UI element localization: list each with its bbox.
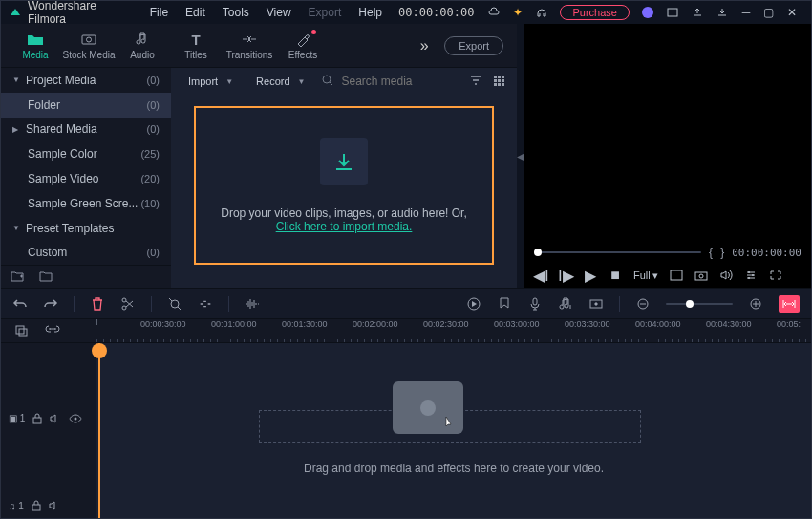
audio-track-1-header[interactable]: ♫ 1 <box>1 493 96 518</box>
track-content[interactable]: Drag and drop media and effects here to … <box>96 343 811 518</box>
timeline-zoom-slider[interactable] <box>666 303 733 305</box>
undo-button[interactable] <box>12 296 28 312</box>
import-link[interactable]: Click here to import media. <box>276 220 413 233</box>
import-dropdown[interactable]: Import▼ <box>181 72 241 91</box>
preview-zoom-dropdown[interactable]: Full▾ <box>633 270 658 282</box>
zoom-fit-button[interactable] <box>779 295 800 313</box>
playhead-handle-icon[interactable] <box>92 343 107 358</box>
dragged-clip-thumbnail[interactable] <box>393 381 463 434</box>
svg-point-18 <box>752 274 754 276</box>
mute-icon[interactable] <box>49 501 60 510</box>
slider-handle[interactable] <box>534 249 542 256</box>
tabs-expand-button[interactable]: » <box>410 37 438 54</box>
bracket-in-icon[interactable]: { <box>709 246 713 259</box>
video-track-1-header[interactable]: ▣ 1 <box>1 397 96 440</box>
marker-icon[interactable] <box>497 296 512 312</box>
audio-mixer-icon[interactable] <box>558 296 573 312</box>
cloud-icon[interactable] <box>487 6 501 19</box>
record-dropdown[interactable]: Record▼ <box>248 72 312 91</box>
search-input[interactable] <box>342 75 457 88</box>
tab-label: Titles <box>184 50 207 60</box>
sidebar-item-project-media[interactable]: ▼Project Media (0) <box>1 68 171 93</box>
visibility-icon[interactable] <box>69 414 82 423</box>
stop-button[interactable]: ■ <box>609 269 622 282</box>
volume-icon[interactable] <box>719 269 733 282</box>
playhead[interactable] <box>98 343 100 518</box>
track-copy-icon[interactable] <box>14 324 28 337</box>
svg-rect-2 <box>82 35 96 44</box>
play-button[interactable]: ▶ <box>584 269 597 282</box>
step-back-button[interactable]: Ⅰ▶ <box>559 269 572 282</box>
lock-icon[interactable] <box>32 413 42 424</box>
menu-view[interactable]: View <box>258 6 300 19</box>
ratio-icon[interactable] <box>670 269 683 282</box>
purchase-button[interactable]: Purchase <box>560 5 629 20</box>
voiceover-icon[interactable] <box>527 296 543 312</box>
zoom-in-button[interactable] <box>748 296 763 312</box>
window-maximize-button[interactable]: ▢ <box>758 1 780 24</box>
mute-icon[interactable] <box>50 414 61 423</box>
grid-view-icon[interactable] <box>492 74 507 89</box>
upper-panels: Media Stock Media Audio T Titles Transit… <box>1 24 811 288</box>
panel-splitter[interactable]: ◀ <box>517 24 524 288</box>
sidebar-item-custom[interactable]: Custom (0) <box>1 240 171 265</box>
message-icon[interactable] <box>666 6 679 19</box>
avatar-icon[interactable] <box>641 6 654 19</box>
menu-tools[interactable]: Tools <box>214 6 258 19</box>
link-icon[interactable] <box>45 324 58 337</box>
svg-rect-8 <box>494 79 497 82</box>
window-close-button[interactable]: ✕ <box>780 1 803 24</box>
preview-viewer[interactable] <box>524 24 811 242</box>
delete-button[interactable] <box>90 296 105 312</box>
sidebar-footer <box>1 265 171 288</box>
tab-stock-media[interactable]: Stock Media <box>62 24 116 68</box>
tab-audio[interactable]: Audio <box>116 24 169 68</box>
sidebar-item-sample-color[interactable]: Sample Color (25) <box>1 141 171 166</box>
sidebar-item-sample-green-screen[interactable]: Sample Green Scre... (10) <box>1 191 171 216</box>
new-folder-icon[interactable] <box>11 270 24 284</box>
slider-handle[interactable] <box>686 300 694 308</box>
bracket-out-icon[interactable]: } <box>720 246 724 259</box>
menu-file[interactable]: File <box>141 6 177 19</box>
settings-icon[interactable] <box>744 269 758 282</box>
timeline-tracks: ▣ 1 ♫ 1 Drag and drop media and effects … <box>1 343 811 518</box>
tab-effects[interactable]: Effects <box>276 24 330 68</box>
svg-rect-31 <box>32 505 40 510</box>
sidebar-item-preset-templates[interactable]: ▼Preset Templates <box>1 216 171 241</box>
tab-titles[interactable]: T Titles <box>169 24 223 68</box>
media-dropzone[interactable]: Drop your video clips, images, or audio … <box>194 106 494 265</box>
menu-help[interactable]: Help <box>350 6 391 19</box>
window-minimize-button[interactable]: ─ <box>735 1 758 24</box>
svg-rect-13 <box>502 83 504 86</box>
sidebar-item-sample-video[interactable]: Sample Video (20) <box>1 166 171 191</box>
zoom-out-button[interactable] <box>635 296 651 312</box>
prev-frame-button[interactable]: ◀Ⅰ <box>534 269 547 282</box>
ruler-track[interactable]: 00:00:30:00 00:01:00:00 00:01:30:00 00:0… <box>96 319 811 342</box>
audio-adjust-button[interactable] <box>245 296 260 312</box>
outbox-icon[interactable] <box>691 6 704 19</box>
media-content: Import▼ Record▼ Drop your video <box>171 68 517 288</box>
tab-media[interactable]: Media <box>9 24 62 68</box>
snapshot-icon[interactable] <box>694 269 708 282</box>
download-icon[interactable] <box>716 6 729 19</box>
expand-icon[interactable] <box>769 269 782 282</box>
lock-icon[interactable] <box>32 500 41 511</box>
speed-button[interactable] <box>198 296 213 312</box>
headphones-icon[interactable] <box>535 6 548 19</box>
export-button[interactable]: Export <box>444 36 503 55</box>
menu-export[interactable]: Export <box>300 6 351 19</box>
folder-icon[interactable] <box>39 270 53 284</box>
redo-button[interactable] <box>43 296 58 312</box>
sidebar-item-folder[interactable]: Folder (0) <box>1 93 171 118</box>
filter-icon[interactable] <box>469 74 484 89</box>
keyframe-icon[interactable] <box>588 296 604 312</box>
svg-rect-9 <box>498 79 501 82</box>
menu-edit[interactable]: Edit <box>177 6 214 19</box>
tab-transitions[interactable]: Transitions <box>223 24 276 68</box>
sidebar-item-shared-media[interactable]: ▶Shared Media (0) <box>1 118 171 142</box>
tips-icon[interactable]: ✦ <box>512 6 524 19</box>
preview-progress-slider[interactable] <box>534 251 701 253</box>
crop-button[interactable] <box>167 296 182 312</box>
split-button[interactable] <box>120 296 136 312</box>
render-icon[interactable] <box>466 296 481 312</box>
